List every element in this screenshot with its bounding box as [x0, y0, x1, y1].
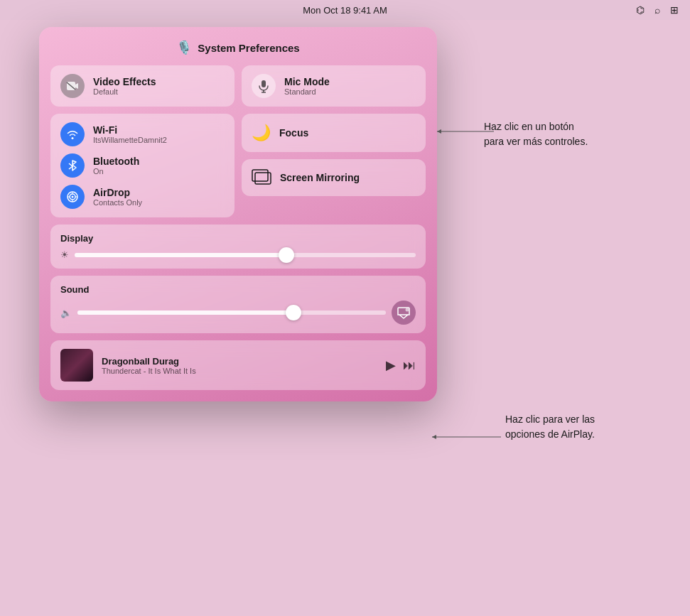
callout-2-text: Haz clic para ver lasopciones de AirPlay…	[505, 414, 595, 440]
panel-header-icon: 🎙️	[176, 40, 192, 55]
airplay-button[interactable]	[392, 301, 416, 325]
control-center-icon[interactable]: ⊞	[670, 4, 679, 16]
screen-mirroring-button[interactable]: Screen Mirroring	[242, 159, 426, 196]
callout-1-text: Haz clic en un botónpara ver más control…	[484, 121, 588, 147]
svg-point-9	[406, 308, 409, 312]
mic-mode-button[interactable]: Mic Mode Standard	[242, 65, 426, 107]
menubar-datetime-text: Mon Oct 18 9:41 AM	[303, 5, 387, 16]
search-menubar-icon[interactable]: ⌕	[654, 4, 660, 16]
airdrop-icon	[66, 190, 79, 203]
now-playing-controls: ▶ ⏭	[386, 357, 416, 373]
now-playing-info: Dragonball Durag Thundercat - It Is What…	[102, 356, 377, 375]
right-cards: 🌙 Focus Screen Mirroring	[242, 114, 426, 217]
video-effects-button[interactable]: Video Effects Default	[50, 65, 235, 107]
now-playing-title: Dragonball Durag	[102, 356, 377, 367]
svg-rect-1	[262, 80, 266, 87]
bluetooth-text: Bluetooth On	[93, 156, 139, 175]
video-effects-icon-wrap	[60, 74, 85, 98]
album-art	[60, 349, 93, 382]
wifi-sublabel: ItsWillametteDamnit2	[93, 136, 167, 144]
mic-mode-sublabel: Standard	[284, 87, 330, 96]
network-stack: Wi-Fi ItsWillametteDamnit2 Bluetooth On	[60, 122, 225, 209]
display-label: Display	[60, 233, 416, 244]
callout-2: Haz clic para ver lasopciones de AirPlay…	[505, 412, 669, 442]
bluetooth-item[interactable]: Bluetooth On	[60, 153, 225, 178]
display-slider-thumb[interactable]	[279, 247, 294, 263]
sound-section: Sound 🔈	[50, 276, 426, 333]
display-slider-row: ☀	[60, 249, 416, 260]
focus-button[interactable]: 🌙 Focus	[242, 114, 426, 152]
display-slider-fill	[75, 253, 286, 257]
mic-mode-label: Mic Mode	[284, 76, 330, 87]
display-section: Display ☀	[50, 225, 426, 269]
video-effects-text: Video Effects Default	[93, 76, 156, 96]
sound-slider-row: 🔈	[60, 301, 416, 325]
panel-title: System Preferences	[198, 42, 299, 54]
play-button[interactable]: ▶	[386, 357, 396, 373]
airdrop-item[interactable]: AirDrop Contacts Only	[60, 185, 225, 209]
focus-icon: 🌙	[252, 124, 271, 142]
control-center-panel: 🎙️ System Preferences Video Effects Defa…	[39, 27, 437, 401]
airdrop-text: AirDrop Contacts Only	[93, 187, 142, 207]
wifi-text: Wi-Fi ItsWillametteDamnit2	[93, 124, 167, 144]
screen-mirroring-icon	[252, 169, 271, 186]
mic-mode-text: Mic Mode Standard	[284, 76, 330, 96]
menubar-icons: ⌬ ⌕ ⊞	[636, 4, 679, 16]
wifi-item[interactable]: Wi-Fi ItsWillametteDamnit2	[60, 122, 225, 146]
bluetooth-label: Bluetooth	[93, 156, 139, 167]
top-buttons-row: Video Effects Default Mic Mode Standard	[50, 65, 426, 107]
mic-mode-icon-wrap	[252, 74, 276, 98]
wifi-icon	[66, 128, 79, 141]
sound-slider-fill	[77, 310, 293, 315]
panel-header: 🎙️ System Preferences	[50, 40, 426, 55]
airplay-icon	[397, 306, 410, 319]
sound-label: Sound	[60, 284, 416, 295]
brightness-icon: ☀	[60, 249, 69, 260]
screen-mirroring-label: Screen Mirroring	[280, 172, 360, 183]
volume-icon: 🔈	[60, 308, 72, 318]
skip-forward-button[interactable]: ⏭	[403, 358, 416, 373]
display-slider[interactable]	[75, 253, 416, 257]
bluetooth-sublabel: On	[93, 167, 139, 175]
video-effects-label: Video Effects	[93, 76, 156, 87]
album-art-image	[60, 349, 93, 382]
mic-mode-icon	[257, 79, 271, 93]
airdrop-label: AirDrop	[93, 187, 142, 198]
wifi-icon-wrap	[60, 122, 85, 146]
now-playing-section: Dragonball Durag Thundercat - It Is What…	[50, 340, 426, 390]
network-card[interactable]: Wi-Fi ItsWillametteDamnit2 Bluetooth On	[50, 114, 235, 217]
middle-row: Wi-Fi ItsWillametteDamnit2 Bluetooth On	[50, 114, 426, 217]
menubar: Mon Oct 18 9:41 AM ⌬ ⌕ ⊞	[0, 0, 690, 20]
focus-label: Focus	[279, 127, 308, 139]
menubar-datetime: Mon Oct 18 9:41 AM	[303, 5, 387, 16]
airdrop-icon-wrap	[60, 185, 85, 209]
sound-slider[interactable]	[77, 310, 386, 315]
bluetooth-icon	[66, 159, 79, 172]
sound-slider-thumb[interactable]	[286, 305, 301, 320]
now-playing-artist: Thundercat - It Is What It Is	[102, 367, 377, 375]
callout-1: Haz clic en un botónpara ver más control…	[484, 119, 669, 149]
bluetooth-icon-wrap	[60, 153, 85, 178]
wifi-label: Wi-Fi	[93, 124, 167, 136]
airdrop-sublabel: Contacts Only	[93, 198, 142, 207]
video-effects-icon	[65, 79, 80, 93]
svg-point-6	[72, 196, 74, 198]
video-effects-sublabel: Default	[93, 87, 156, 96]
wifi-menubar-icon[interactable]: ⌬	[636, 4, 645, 16]
